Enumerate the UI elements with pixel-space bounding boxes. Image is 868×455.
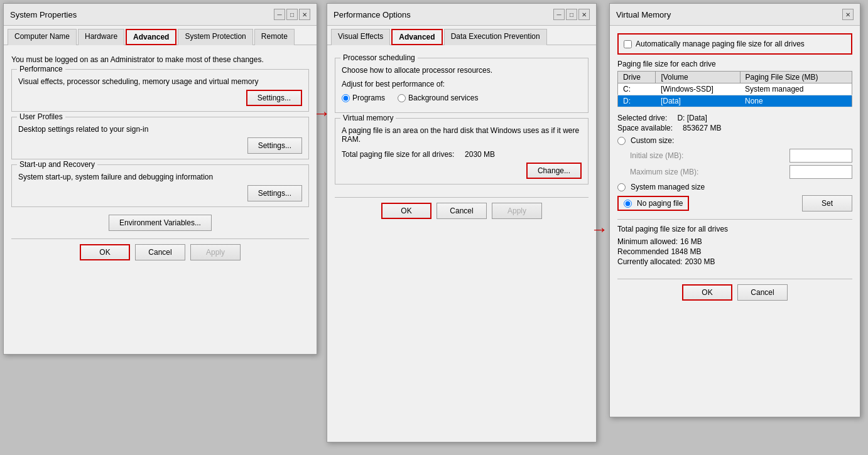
col-drive: Drive: [618, 72, 656, 83]
no-paging-option: No paging file Set: [617, 195, 852, 211]
space-available-value: 853627 MB: [683, 124, 721, 132]
po-tab-dep[interactable]: Data Execution Prevention: [444, 29, 547, 45]
po-minimize-button[interactable]: ─: [553, 9, 565, 20]
no-paging-radio[interactable]: [624, 200, 632, 208]
total-paging-title: Total paging file size for all drives: [617, 225, 852, 233]
drive-row-d[interactable]: D: [Data] None: [618, 95, 852, 107]
system-properties-title: System Properties: [10, 10, 77, 19]
po-tab-visual-effects[interactable]: Visual Effects: [331, 29, 390, 45]
background-radio[interactable]: [398, 94, 406, 102]
processor-scheduling-description: Choose how to allocate processor resourc…: [342, 66, 582, 75]
system-properties-window: System Properties ─ □ ✕ Computer Name Ha…: [3, 3, 317, 355]
sp-cancel-button[interactable]: Cancel: [135, 244, 185, 260]
processor-scheduling-label: Processor scheduling: [340, 53, 418, 62]
virtual-memory-window: Virtual Memory ✕ Automatically manage pa…: [609, 3, 860, 417]
sp-ok-button[interactable]: OK: [80, 244, 130, 260]
size-c: System managed: [740, 83, 852, 95]
tab-computer-name[interactable]: Computer Name: [8, 29, 77, 45]
vm-cancel-button[interactable]: Cancel: [737, 284, 788, 301]
user-profiles-description: Desktop settings related to your sign-in: [18, 125, 302, 134]
auto-manage-checkbox[interactable]: [624, 40, 632, 48]
custom-size-radio[interactable]: [617, 137, 626, 145]
po-tab-advanced[interactable]: Advanced: [391, 29, 442, 45]
maximum-size-row: Maximum size (MB):: [630, 165, 852, 179]
currently-allocated-row: Currently allocated: 2030 MB: [617, 257, 852, 266]
virtual-memory-description: A paging file is an area on the hard dis…: [342, 126, 582, 144]
vm-btn-row: OK Cancel: [617, 279, 852, 306]
po-ok-button[interactable]: OK: [381, 203, 431, 219]
po-maximize-button[interactable]: □: [566, 9, 577, 20]
recommended-row: Recommended 1848 MB: [617, 247, 852, 256]
po-cancel-button[interactable]: Cancel: [437, 203, 487, 219]
maximum-size-input[interactable]: [789, 165, 852, 179]
col-volume: [Volume: [656, 72, 740, 83]
arrow-2: →: [590, 220, 608, 240]
selected-drive-value: D: [Data]: [677, 114, 707, 122]
tab-hardware[interactable]: Hardware: [78, 29, 124, 45]
paging-file-per-drive-label: Paging file size for each drive: [617, 60, 852, 68]
total-paging-row: Total paging file size for all drives: 2…: [342, 150, 582, 159]
background-label: Background services: [408, 94, 478, 102]
po-title-bar-buttons: ─ □ ✕: [553, 9, 590, 20]
recommended-value: 1848 MB: [671, 247, 701, 256]
selected-drive-label: Selected drive:: [617, 114, 667, 122]
change-button[interactable]: Change...: [526, 163, 582, 179]
user-profiles-group: User Profiles Desktop settings related t…: [11, 117, 309, 159]
custom-size-label: Custom size:: [631, 136, 674, 145]
system-managed-radio[interactable]: [617, 183, 626, 191]
drive-c: C:: [618, 83, 656, 95]
total-paging-value: 2030 MB: [465, 150, 495, 159]
background-radio-item: Background services: [398, 94, 478, 102]
maximize-button[interactable]: □: [286, 9, 298, 20]
performance-label: Performance: [17, 65, 65, 73]
system-properties-title-bar: System Properties ─ □ ✕: [4, 4, 317, 26]
space-available-label: Space available:: [617, 124, 673, 132]
initial-size-label: Initial size (MB):: [630, 151, 683, 160]
system-properties-tabs: Computer Name Hardware Advanced System P…: [4, 26, 317, 45]
startup-recovery-group: Start-up and Recovery System start-up, s…: [11, 164, 309, 207]
virtual-memory-group: Virtual memory A paging file is an area …: [335, 118, 589, 185]
tab-remote[interactable]: Remote: [254, 29, 295, 45]
size-d: None: [740, 95, 852, 107]
processor-scheduling-group: Processor scheduling Choose how to alloc…: [335, 58, 589, 113]
volume-c: [Windows-SSD]: [656, 83, 740, 95]
po-apply-button[interactable]: Apply: [492, 203, 542, 219]
user-profiles-settings-button[interactable]: Settings...: [247, 137, 302, 154]
system-managed-label: System managed size: [631, 183, 705, 191]
po-close-button[interactable]: ✕: [578, 9, 590, 20]
total-paging-label: Total paging file size for all drives:: [342, 150, 454, 159]
startup-recovery-settings-button[interactable]: Settings...: [247, 185, 302, 201]
virtual-memory-label: Virtual memory: [340, 114, 396, 122]
system-properties-content: You must be logged on as an Administrato…: [4, 45, 317, 273]
env-vars-button[interactable]: Environment Variables...: [109, 215, 212, 231]
currently-allocated-value: 2030 MB: [685, 257, 715, 266]
performance-options-content: Processor scheduling Choose how to alloc…: [327, 45, 596, 197]
programs-label: Programs: [352, 94, 385, 102]
vm-title-bar-buttons: ✕: [842, 9, 854, 20]
drive-row-c[interactable]: C: [Windows-SSD] System managed: [618, 83, 852, 95]
sp-apply-button[interactable]: Apply: [190, 244, 241, 260]
custom-size-option: Custom size: Initial size (MB): Maximum …: [617, 136, 852, 179]
close-button[interactable]: ✕: [299, 9, 310, 20]
initial-size-input[interactable]: [789, 149, 852, 163]
min-allowed-value: 16 MB: [680, 237, 702, 246]
system-properties-btn-row: OK Cancel Apply: [11, 238, 309, 265]
virtual-memory-content: Automatically manage paging file size fo…: [610, 26, 860, 313]
selected-drive-row: Selected drive: D: [Data]: [617, 114, 852, 122]
vm-close-button[interactable]: ✕: [842, 9, 854, 20]
tab-system-protection[interactable]: System Protection: [178, 29, 252, 45]
programs-radio[interactable]: [342, 94, 350, 102]
performance-settings-button[interactable]: Settings...: [246, 90, 302, 106]
performance-description: Visual effects, processor scheduling, me…: [18, 77, 302, 86]
no-paging-label: No paging file: [637, 199, 683, 208]
recommended-label: Recommended: [617, 247, 668, 256]
minimize-button[interactable]: ─: [274, 9, 285, 20]
admin-note: You must be logged on as an Administrato…: [11, 55, 309, 64]
system-managed-option: System managed size: [617, 183, 852, 191]
auto-manage-row: Automatically manage paging file size fo…: [617, 33, 852, 55]
vm-ok-button[interactable]: OK: [682, 284, 732, 301]
tab-advanced[interactable]: Advanced: [126, 29, 176, 45]
volume-d: [Data]: [656, 95, 740, 107]
set-button[interactable]: Set: [802, 195, 852, 211]
space-available-row: Space available: 853627 MB: [617, 124, 852, 132]
